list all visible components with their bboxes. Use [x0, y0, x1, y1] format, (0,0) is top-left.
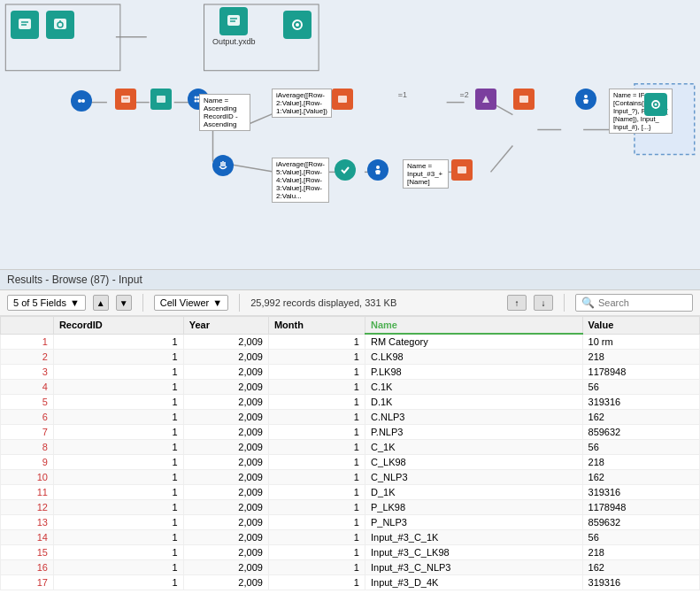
svg-point-49	[584, 95, 588, 98]
cell-4-0: 5	[1, 395, 54, 410]
flow-node-orange-3[interactable]	[513, 89, 535, 110]
flow-node-check[interactable]	[335, 159, 356, 181]
panel-title: Results - Browse (87) - Input	[0, 270, 700, 290]
table-row: 412,0091C.1K56	[1, 380, 700, 395]
flow-node-purple[interactable]	[475, 89, 496, 110]
search-input[interactable]	[598, 297, 687, 308]
cell-0-1: 1	[53, 334, 183, 350]
table-row: 912,0091C_LK98218	[1, 455, 700, 470]
cell-1-3: 1	[268, 350, 365, 365]
cell-10-1: 1	[53, 485, 183, 500]
cell-9-1: 1	[53, 470, 183, 485]
input-node-group	[11, 11, 74, 39]
workflow-canvas: =1 =2 =2 Output.yxdb	[0, 0, 700, 270]
cell-4-2: 2,009	[183, 395, 268, 410]
cell-15-2: 2,009	[183, 560, 268, 575]
cell-11-2: 2,009	[183, 500, 268, 515]
input-node-1[interactable]	[11, 11, 39, 39]
table-row: 1412,0091Input_#3_C_1K56	[1, 530, 700, 545]
browse-node[interactable]	[283, 11, 312, 39]
sort-node-box[interactable]: Name = Ascending RecordID - Ascending	[199, 94, 250, 131]
flow-node-2[interactable]	[115, 89, 136, 110]
cell-13-3: 1	[268, 530, 365, 545]
table-row: 1212,0091P_LK981178948	[1, 500, 700, 515]
iaverage-top-box[interactable]: iAverage([Row- 2:Value],[Row- 1:Value],[…	[272, 89, 332, 118]
iaverage-lower-box[interactable]: iAverage([Row- 5:Value],[Row- 4:Value],[…	[272, 158, 329, 203]
fields-down-btn[interactable]: ▼	[116, 295, 132, 311]
cell-16-4: Input_#3_D_4K	[365, 575, 582, 590]
cell-16-3: 1	[268, 575, 365, 590]
col-name: Name	[365, 317, 582, 335]
browse-node-right[interactable]	[644, 93, 667, 116]
cell-3-4: C.1K	[365, 380, 582, 395]
col-month: Month	[268, 317, 365, 335]
cell-11-4: P_LK98	[365, 500, 582, 515]
flow-node-3[interactable]	[150, 89, 172, 110]
svg-line-15	[490, 145, 512, 172]
cell-14-1: 1	[53, 545, 183, 560]
flow-node-1[interactable]	[71, 90, 92, 112]
svg-text:=2: =2	[460, 90, 469, 99]
cell-6-0: 7	[1, 425, 54, 440]
svg-point-43	[195, 100, 197, 103]
flow-node-orange-lower[interactable]	[451, 159, 473, 181]
cell-3-0: 4	[1, 380, 54, 395]
cell-12-4: P_NLP3	[365, 515, 582, 530]
table-row: 1112,0091D_1K319316	[1, 485, 700, 500]
cell-viewer-arrow-icon: ▼	[212, 297, 222, 308]
cell-7-2: 2,009	[183, 440, 268, 455]
cell-7-3: 1	[268, 440, 365, 455]
name-lower-box[interactable]: Name = Input_#3_+ [Name]	[403, 159, 449, 189]
cell-6-4: P.NLP3	[365, 425, 582, 440]
cell-9-4: C_NLP3	[365, 470, 582, 485]
col-year: Year	[183, 317, 268, 335]
col-value: Value	[582, 317, 699, 335]
table-header-row: RecordID Year Month Name Value	[1, 317, 700, 335]
cell-2-0: 3	[1, 365, 54, 380]
flow-node-orange-2[interactable]	[332, 89, 353, 110]
cell-3-2: 2,009	[183, 380, 268, 395]
flow-node-person-lower[interactable]	[367, 159, 388, 181]
sort-down-btn[interactable]: ↓	[534, 295, 553, 311]
search-icon: 🔍	[581, 297, 595, 309]
cell-13-0: 14	[1, 530, 54, 545]
cell-15-0: 16	[1, 560, 54, 575]
svg-rect-39	[157, 96, 165, 103]
table-container[interactable]: RecordID Year Month Name Value 112,0091R…	[0, 316, 700, 609]
cell-6-3: 1	[268, 425, 365, 440]
table-row: 812,0091C_1K56	[1, 440, 700, 455]
input-node-2[interactable]	[46, 11, 74, 39]
svg-text:=1: =1	[398, 90, 407, 99]
cell-viewer-dropdown[interactable]: Cell Viewer ▼	[154, 295, 228, 311]
fields-dropdown[interactable]: 5 of 5 Fields ▼	[7, 295, 86, 311]
cell-1-0: 2	[1, 350, 54, 365]
cell-3-1: 1	[53, 380, 183, 395]
svg-rect-46	[338, 96, 347, 103]
cell-5-2: 2,009	[183, 410, 268, 425]
svg-point-35	[78, 99, 81, 103]
cell-15-4: Input_#3_C_NLP3	[365, 560, 582, 575]
fields-up-btn[interactable]: ▲	[93, 295, 109, 311]
flow-node-hand-lower[interactable]	[212, 155, 234, 176]
flow-node-blue-person[interactable]	[575, 89, 596, 110]
cell-16-2: 2,009	[183, 575, 268, 590]
cell-0-2: 2,009	[183, 334, 268, 350]
cell-11-3: 1	[268, 500, 365, 515]
cell-12-1: 1	[53, 515, 183, 530]
cell-5-4: C.NLP3	[365, 410, 582, 425]
output-node[interactable]: Output.yxdb	[212, 7, 256, 46]
cell-13-5: 56	[582, 530, 699, 545]
cell-10-0: 11	[1, 485, 54, 500]
cell-4-1: 1	[53, 395, 183, 410]
cell-13-4: Input_#3_C_1K	[365, 530, 582, 545]
cell-8-1: 1	[53, 455, 183, 470]
cell-8-0: 9	[1, 455, 54, 470]
cell-9-5: 162	[582, 470, 699, 485]
table-row: 1012,0091C_NLP3162	[1, 470, 700, 485]
cell-2-4: P.LK98	[365, 365, 582, 380]
svg-rect-24	[19, 19, 31, 29]
cell-9-2: 2,009	[183, 470, 268, 485]
svg-rect-30	[227, 15, 240, 26]
cell-8-4: C_LK98	[365, 455, 582, 470]
sort-up-btn[interactable]: ↑	[507, 295, 527, 311]
